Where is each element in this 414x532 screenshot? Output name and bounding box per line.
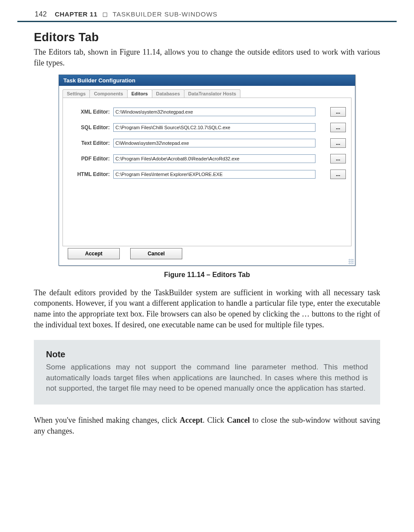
accept-strong: Accept bbox=[180, 416, 203, 424]
xml-editor-browse-button[interactable]: ... bbox=[330, 107, 346, 117]
tab-databases[interactable]: Databases bbox=[152, 89, 184, 98]
html-editor-row: HTML Editor: ... bbox=[68, 170, 346, 179]
closing-paragraph: When you've finished making changes, cli… bbox=[34, 415, 380, 437]
figure-editors-tab: Task Builder Configuration Settings Comp… bbox=[59, 75, 355, 279]
resize-grip-icon[interactable] bbox=[348, 258, 354, 264]
cancel-strong: Cancel bbox=[227, 416, 250, 424]
closing-text-2: . Click bbox=[203, 416, 227, 424]
sql-editor-input[interactable] bbox=[113, 123, 315, 132]
page-number: 142 bbox=[35, 10, 47, 18]
accept-button[interactable]: Accept bbox=[68, 248, 120, 259]
running-header: 142 CHAPTER 11 TASKBUILDER SUB-WINDOWS bbox=[17, 0, 397, 22]
sql-editor-browse-button[interactable]: ... bbox=[330, 123, 346, 132]
tab-strip: Settings Components Editors Databases Da… bbox=[59, 86, 355, 98]
note-body: Some applications may not support the co… bbox=[46, 362, 368, 394]
tab-components[interactable]: Components bbox=[89, 89, 127, 98]
sql-editor-row: SQL Editor: ... bbox=[68, 123, 346, 132]
pdf-editor-input[interactable] bbox=[113, 154, 315, 163]
chapter-title: TASKBUILDER SUB-WINDOWS bbox=[112, 10, 217, 18]
text-editor-label: Text Editor: bbox=[68, 140, 111, 146]
tab-settings[interactable]: Settings bbox=[62, 89, 90, 98]
html-editor-browse-button[interactable]: ... bbox=[330, 170, 346, 179]
window-title: Task Builder Configuration bbox=[59, 75, 355, 86]
html-editor-input[interactable] bbox=[113, 170, 315, 179]
note-box: Note Some applications may not support t… bbox=[34, 340, 380, 405]
chapter-label: CHAPTER 11 bbox=[55, 10, 97, 18]
task-builder-config-window: Task Builder Configuration Settings Comp… bbox=[59, 75, 355, 266]
xml-editor-row: XML Editor: ... bbox=[68, 107, 346, 117]
pdf-editor-label: PDF Editor: bbox=[68, 156, 111, 162]
sql-editor-label: SQL Editor: bbox=[68, 124, 111, 131]
text-editor-browse-button[interactable]: ... bbox=[330, 138, 346, 148]
section-heading: Editors Tab bbox=[34, 31, 380, 44]
figure-caption: Figure 11.14 – Editors Tab bbox=[59, 271, 355, 279]
editors-panel: XML Editor: ... SQL Editor: ... Text Edi… bbox=[62, 98, 352, 246]
pdf-editor-row: PDF Editor: ... bbox=[68, 154, 346, 163]
tab-datatranslator-hosts[interactable]: DataTranslator Hosts bbox=[184, 89, 241, 98]
dialog-button-row: Accept Cancel bbox=[59, 248, 355, 265]
html-editor-label: HTML Editor: bbox=[68, 171, 111, 177]
text-editor-input[interactable] bbox=[113, 139, 315, 147]
text-editor-row: Text Editor: ... bbox=[68, 138, 346, 148]
xml-editor-input[interactable] bbox=[113, 108, 315, 116]
tab-editors[interactable]: Editors bbox=[127, 89, 152, 98]
xml-editor-label: XML Editor: bbox=[68, 109, 111, 115]
note-heading: Note bbox=[46, 349, 368, 359]
cancel-button[interactable]: Cancel bbox=[130, 248, 182, 259]
closing-text-1: When you've finished making changes, cli… bbox=[34, 416, 180, 424]
separator-box-icon bbox=[103, 13, 107, 17]
post-figure-paragraph: The default editors provided by the Task… bbox=[34, 287, 380, 330]
intro-paragraph: The Editors tab, shown in Figure 11.14, … bbox=[34, 47, 380, 69]
pdf-editor-browse-button[interactable]: ... bbox=[330, 154, 346, 163]
